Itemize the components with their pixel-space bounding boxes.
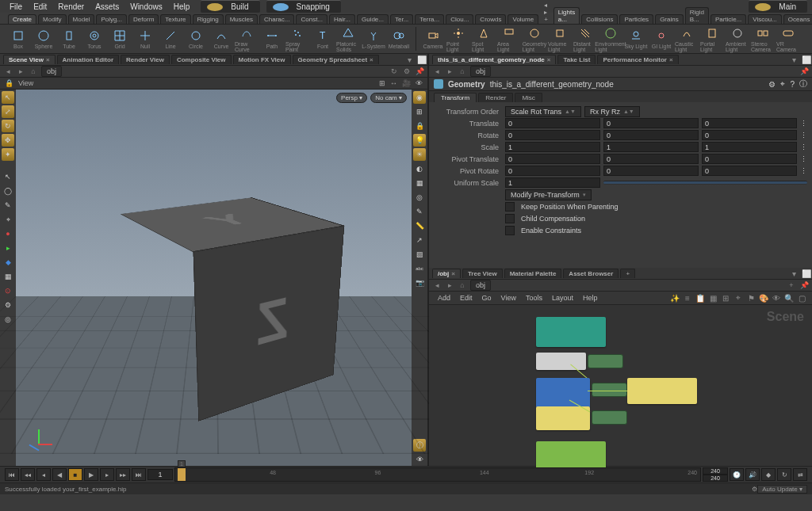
overview-icon[interactable]: ▢ bbox=[796, 292, 807, 303]
tool-volume-light[interactable]: Volume Light bbox=[548, 25, 572, 52]
auto-update-dropdown[interactable]: Auto Update ▾ bbox=[757, 485, 807, 494]
shelf-tab[interactable]: Rigging bbox=[193, 14, 224, 24]
network-view[interactable]: Scene bbox=[429, 305, 812, 466]
shelf-tab[interactable]: Guide... bbox=[357, 14, 389, 24]
add-icon[interactable]: + bbox=[787, 280, 796, 290]
tab-take-list[interactable]: Take List bbox=[557, 55, 596, 64]
fwd-icon[interactable]: ▸ bbox=[445, 280, 454, 290]
shelf-tab[interactable]: Collisions bbox=[581, 14, 618, 24]
sticky-note[interactable] bbox=[536, 353, 586, 370]
refresh-icon[interactable]: ↻ bbox=[389, 67, 399, 76]
sx-field[interactable] bbox=[505, 142, 600, 152]
net-menu-edit[interactable]: Edit bbox=[456, 293, 477, 303]
tab-add[interactable]: + bbox=[620, 269, 635, 278]
net-menu-layout[interactable]: Layout bbox=[548, 293, 577, 303]
tool-ambient-light[interactable]: Ambient Light bbox=[726, 25, 749, 52]
tab-render-view[interactable]: Render View bbox=[121, 55, 170, 64]
child-comp-checkbox[interactable] bbox=[505, 214, 515, 223]
node-name[interactable]: this_is_a_different_geometry_node bbox=[490, 80, 614, 89]
light-icon[interactable]: 💡 bbox=[413, 134, 426, 147]
tool-geometry-light[interactable]: Geometry Light bbox=[523, 25, 546, 52]
tool-tube[interactable]: Tube bbox=[57, 25, 81, 52]
tool-path[interactable]: Path bbox=[260, 25, 284, 52]
tool-curve[interactable]: Curve bbox=[209, 25, 233, 52]
maximize-icon[interactable]: ⬜ bbox=[416, 55, 427, 64]
select-tool-icon[interactable]: ↖ bbox=[2, 91, 14, 104]
tool-stereo-camera[interactable]: Stereo Camera bbox=[751, 25, 775, 52]
snap-icon[interactable]: ⌖ bbox=[733, 292, 744, 303]
net-menu-view[interactable]: View bbox=[497, 293, 520, 303]
maximize-icon[interactable]: ⬜ bbox=[801, 55, 812, 64]
network-node[interactable] bbox=[592, 383, 627, 397]
net-menu-tools[interactable]: Tools bbox=[522, 293, 546, 303]
ghost-icon[interactable]: ◐ bbox=[413, 162, 426, 175]
tool-spot-light[interactable]: Spot Light bbox=[472, 25, 496, 52]
prz-field[interactable] bbox=[702, 166, 797, 176]
arrow-icon[interactable]: ↖ bbox=[2, 170, 14, 183]
key-button[interactable]: ◆ bbox=[761, 468, 776, 481]
desktop-main[interactable]: Main bbox=[749, 0, 807, 13]
gear-icon[interactable]: ⚙ bbox=[768, 80, 776, 89]
prev-key-button[interactable]: ◂◂ bbox=[21, 468, 35, 481]
pane-menu-icon[interactable]: ▾ bbox=[404, 55, 415, 64]
constraints-checkbox[interactable] bbox=[505, 226, 515, 235]
handle-tool-icon[interactable]: ✦ bbox=[2, 148, 14, 161]
tool-area-light[interactable]: Area Light bbox=[497, 25, 521, 52]
tab-animation-editor[interactable]: Animation Editor bbox=[57, 55, 119, 64]
shelf-tab[interactable]: Rigid B... bbox=[685, 7, 709, 24]
home-icon[interactable]: ⌂ bbox=[458, 67, 467, 76]
end-frame-field[interactable]: 240 bbox=[703, 467, 728, 475]
help-icon[interactable]: ? bbox=[790, 80, 795, 89]
tx-field[interactable] bbox=[505, 118, 600, 128]
tab-scene-view[interactable]: Scene View× bbox=[3, 55, 56, 64]
back-icon[interactable]: ◂ bbox=[432, 67, 442, 76]
tab-perf-monitor[interactable]: Performance Monitor× bbox=[597, 55, 678, 64]
ry-field[interactable] bbox=[603, 130, 699, 140]
back-icon[interactable]: ◂ bbox=[3, 67, 13, 76]
sticky-note[interactable] bbox=[536, 378, 590, 408]
home-icon[interactable]: ⌂ bbox=[29, 67, 38, 76]
shelf-tab[interactable]: Deform bbox=[128, 14, 159, 24]
pty-field[interactable] bbox=[603, 154, 699, 164]
shelf-tab[interactable]: Ter... bbox=[390, 14, 413, 24]
ptx-field[interactable] bbox=[505, 154, 600, 164]
shelf-tab[interactable]: Hair... bbox=[329, 14, 355, 24]
shelf-tab[interactable]: Particles bbox=[619, 14, 653, 24]
palette-icon[interactable]: 🎨 bbox=[758, 292, 769, 303]
play-button[interactable]: ▶ bbox=[84, 468, 98, 481]
shelf-tab[interactable]: Crowds bbox=[475, 14, 506, 24]
ruler-icon[interactable]: 📏 bbox=[413, 219, 426, 232]
next-key-button[interactable]: ▸▸ bbox=[116, 468, 130, 481]
lock-icon[interactable]: ⋮ bbox=[800, 155, 807, 163]
range-end-field[interactable]: 240 bbox=[703, 475, 728, 482]
shelf-tab[interactable]: Polyg... bbox=[96, 14, 127, 24]
lasso-icon[interactable]: ◯ bbox=[2, 185, 14, 197]
tool-gi-light[interactable]: GI Light bbox=[649, 25, 673, 52]
path-field[interactable]: obj bbox=[470, 66, 491, 77]
desktop-snapping[interactable]: Snapping bbox=[266, 0, 341, 13]
rotate-tool-icon[interactable]: ↻ bbox=[2, 120, 14, 132]
eye-icon[interactable]: 👁 bbox=[413, 453, 426, 466]
rz-field[interactable] bbox=[702, 130, 797, 140]
network-node[interactable] bbox=[588, 354, 623, 368]
lock-icon[interactable]: 🔒 bbox=[5, 79, 13, 87]
tab-motion-fx[interactable]: Motion FX View bbox=[233, 55, 291, 64]
fwd-icon[interactable]: ▸ bbox=[16, 67, 25, 76]
prx-field[interactable] bbox=[505, 166, 600, 176]
tool-distant-light[interactable]: Distant Light bbox=[573, 25, 597, 52]
ptz-field[interactable] bbox=[702, 154, 797, 164]
current-frame-field[interactable]: 1 bbox=[147, 469, 173, 480]
target-icon[interactable]: ⌖ bbox=[780, 79, 785, 89]
shade-icon[interactable]: ◉ bbox=[413, 91, 426, 104]
network-node[interactable] bbox=[592, 410, 627, 425]
tab-composite-view[interactable]: Composite View bbox=[171, 55, 232, 64]
path-field[interactable]: obj bbox=[41, 66, 62, 77]
view-btn[interactable]: ⊞ bbox=[379, 79, 385, 87]
shelf-tab[interactable]: Modify bbox=[38, 14, 67, 24]
last-frame-button[interactable]: ⏭ bbox=[132, 468, 146, 481]
tab-asset-browser[interactable]: Asset Browser bbox=[563, 269, 619, 278]
viewport-3d[interactable]: Y Z X Persp ▾ No cam ▾ bbox=[16, 90, 412, 466]
shelf-tab[interactable]: Clou... bbox=[446, 14, 473, 24]
next-frame-button[interactable]: ▸ bbox=[100, 468, 114, 481]
pin-icon[interactable]: 📌 bbox=[799, 280, 809, 290]
